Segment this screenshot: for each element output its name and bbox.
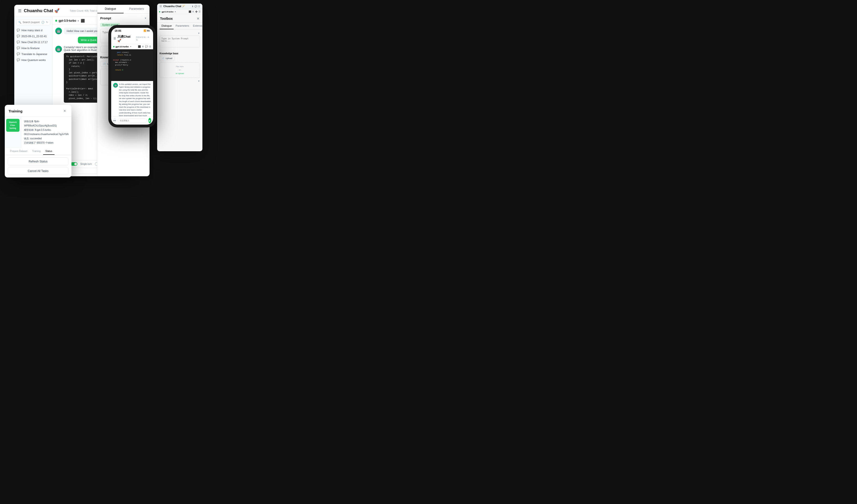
phone-send-button[interactable]: ▶	[148, 118, 151, 123]
history-icon[interactable]: 🕐	[41, 21, 45, 24]
cancel-all-tasks-button[interactable]: Cancel All Tasks	[7, 167, 69, 175]
model-dropdown-arrow[interactable]: ▾	[78, 19, 79, 22]
toolbox-top-btns: ⬆ 💬 ☰	[192, 5, 200, 7]
phone-app-title: 川虎Chat 🚀	[117, 35, 135, 43]
toolbox-prompt-textarea[interactable]	[159, 35, 200, 47]
sidebar-item-1[interactable]: 💬 How many stars d	[14, 27, 52, 33]
dialog-header: Training ×	[5, 105, 71, 116]
tokens-label: 已经训练了 650370 个token	[24, 141, 69, 145]
phone-chat-text: In this updated version, we import the '…	[119, 83, 151, 116]
training-dialog: Training × OpenAI Fine- tuning 训练任务 ftjo…	[5, 105, 71, 178]
model-status-dot	[55, 20, 57, 22]
phone-bot-avatar: 🤖	[113, 83, 118, 88]
refresh-status-button[interactable]: Refresh Status	[7, 157, 69, 166]
phone-settings-btn[interactable]: ☰	[149, 45, 151, 48]
sidebar-item-quantum[interactable]: 💬 How Quantum works	[14, 57, 52, 63]
single-turn-label: Single-turn	[80, 163, 92, 165]
toolbox-click-upload[interactable]: to Upload	[176, 72, 184, 74]
phone-share-btn[interactable]: ⬆	[142, 45, 144, 48]
sidebar-item-2[interactable]: 💬 2023-09-11_22-02-41	[14, 33, 52, 39]
upload-icon: 📄	[103, 63, 106, 65]
dialog-body: OpenAI Fine- tuning 训练任务 ftjob-WP88txACh…	[5, 116, 71, 148]
phone-model-name: gpt-3.5-turbo	[116, 46, 129, 48]
status-label: 状态: succeeded	[24, 136, 69, 141]
toolbox-tab-dialogue[interactable]: Dialogue	[159, 23, 173, 29]
toolbox-model-arrow[interactable]: ▾	[175, 11, 176, 13]
toolbox-arrow-row: ▼	[159, 32, 200, 35]
tb-btn-3[interactable]: ☰	[198, 5, 200, 7]
search-icon: 🔍	[18, 21, 21, 23]
refresh-icon[interactable]: ↻	[46, 21, 48, 24]
web-search-toggle[interactable]	[71, 162, 78, 166]
toolbox-model-bar: gpt-3.5-turbo ▾ ⬛ ⬆ ➕ ☰	[157, 9, 202, 14]
toolbox-topbar: ☰ Chuanhu Chat 🪄 ⬆ 💬 ☰	[157, 4, 202, 9]
phone-model-arrow[interactable]: ▾	[130, 46, 131, 48]
search-input[interactable]	[23, 21, 40, 23]
phone-code-block: pair.close() return file_si except (requ…	[111, 49, 153, 73]
phone-header: ☰ 川虎Chat 🚀 您的IP区域：未知	[111, 33, 153, 44]
toolbox-panel: ☰ Chuanhu Chat 🪄 ⬆ 💬 ☰ gpt-3.5-turbo ▾ ⬛…	[157, 4, 202, 151]
sidebar-item-translate[interactable]: 💬 Translate to Japanese	[14, 51, 52, 57]
dialog-main: 训练任务 ftjob-WP88txAChLtGpuz4g3uucEGj 模型名称…	[21, 116, 71, 148]
phone-frame: 18:05 📶 5G ☰ 川虎Chat 🚀 您的IP区域：未知 gpt-3.5-…	[108, 25, 156, 128]
chat-icon-4: 💬	[17, 47, 20, 50]
task-label: 训练任务 ftjob-WP88txAChLtGpuz4g3uucEGj	[24, 119, 69, 128]
toolbox-title: Toolbox	[160, 17, 173, 20]
video-icon-btn[interactable]: ⬛	[81, 19, 85, 23]
dialog-close-button[interactable]: ×	[62, 108, 68, 114]
toolbox-tab-parameters[interactable]: Parameters	[173, 23, 191, 29]
toolbox-tabs: Dialogue Parameters Extensions	[157, 23, 202, 30]
tab-prepare-dataset[interactable]: Prepare Dataset	[7, 148, 30, 155]
phone-more-button[interactable]: •••	[113, 118, 116, 123]
bot-avatar-2: 🤖	[55, 46, 62, 52]
phone-screen: 18:05 📶 5G ☰ 川虎Chat 🚀 您的IP区域：未知 gpt-3.5-…	[111, 28, 153, 124]
toolbox-down-arrow[interactable]: ▼	[198, 80, 200, 82]
dialog-tabs: Prepare Dataset Training Status	[5, 148, 71, 155]
tb-video-btn[interactable]: ⬛	[189, 11, 191, 13]
tb-share-btn[interactable]: ⬆	[192, 11, 194, 13]
tab-dialogue[interactable]: Dialogue	[97, 5, 123, 13]
hamburger-icon[interactable]: ☰	[18, 9, 21, 13]
phone-model-actions: ⬛ ⬆ 💬 ☰	[138, 45, 151, 48]
toolbox-hamburger-icon[interactable]: ☰	[159, 5, 162, 8]
sidebar-item-3[interactable]: 💬 New Chat 09-11 17:17	[14, 39, 52, 45]
chat-icon-2: 💬	[17, 35, 20, 38]
prompt-arrow: ▼	[144, 17, 147, 19]
search-bar[interactable]: 🔍 🕐 ↻	[16, 19, 50, 25]
prompt-label: Prompt	[100, 16, 111, 20]
model-label: 模型名称: ft:gpt-3.5-turbo-0613:mzteams:chua…	[24, 128, 69, 136]
tb-menu-btn[interactable]: ☰	[199, 11, 201, 13]
tab-status[interactable]: Status	[43, 148, 54, 155]
fine-tune-button[interactable]: OpenAI Fine- tuning	[6, 119, 19, 132]
panel-tabs: Dialogue Parameters	[97, 5, 150, 14]
toolbox-tab-extensions[interactable]: Extensions	[191, 23, 202, 29]
toolbox-content: ▼ Knowledge base 📄 Upload File Here - or…	[157, 30, 202, 151]
phone-model-bar: gpt-3.5-turbo ▾ ⬛ ⬆ 💬 ☰	[111, 44, 153, 49]
toolbox-upload-button[interactable]: 📄 Upload	[159, 56, 174, 61]
toolbox-kb-section: Knowledge base	[159, 52, 200, 55]
toolbox-app-title: Chuanhu Chat 🪄	[163, 5, 185, 8]
phone-container: 18:05 📶 5G ☰ 川虎Chat 🚀 您的IP区域：未知 gpt-3.5-…	[108, 25, 161, 211]
phone-chat-input[interactable]	[118, 118, 147, 123]
tab-training[interactable]: Training	[30, 148, 43, 155]
phone-chat-btn[interactable]: 💬	[145, 45, 148, 48]
tb-btn-2[interactable]: 💬	[195, 5, 197, 7]
toolbox-collapse-arrow[interactable]: ▼	[198, 32, 200, 35]
phone-ip-label: 您的IP区域：未知	[136, 36, 151, 41]
toolbox-close-button[interactable]: ✕	[197, 17, 200, 20]
sidebar-item-4[interactable]: 💬 How to finetune	[14, 45, 52, 51]
phone-status-bar: 18:05 📶 5G	[111, 28, 153, 33]
dialog-sidebar: OpenAI Fine- tuning	[5, 116, 21, 148]
toolbox-model-dot	[159, 11, 160, 12]
phone-video-btn[interactable]: ⬛	[138, 45, 141, 48]
toolbox-drop-zone: File Here - or - to Upload	[159, 62, 200, 78]
toolbox-model-btns: ⬛ ⬆ ➕ ☰	[189, 11, 201, 13]
phone-code-area: pair.close() return file_si except (requ…	[111, 49, 153, 81]
tb-btn-1[interactable]: ⬆	[192, 5, 194, 7]
toolbox-header: Toolbox ✕	[157, 14, 202, 23]
tb-add-btn[interactable]: ➕	[195, 11, 198, 13]
tab-parameters[interactable]: Parameters	[123, 5, 150, 13]
training-info: 训练任务 ftjob-WP88txAChLtGpuz4g3uucEGj 模型名称…	[24, 119, 69, 145]
phone-hamburger-icon[interactable]: ☰	[114, 37, 116, 40]
chat-icon-5: 💬	[17, 52, 20, 55]
